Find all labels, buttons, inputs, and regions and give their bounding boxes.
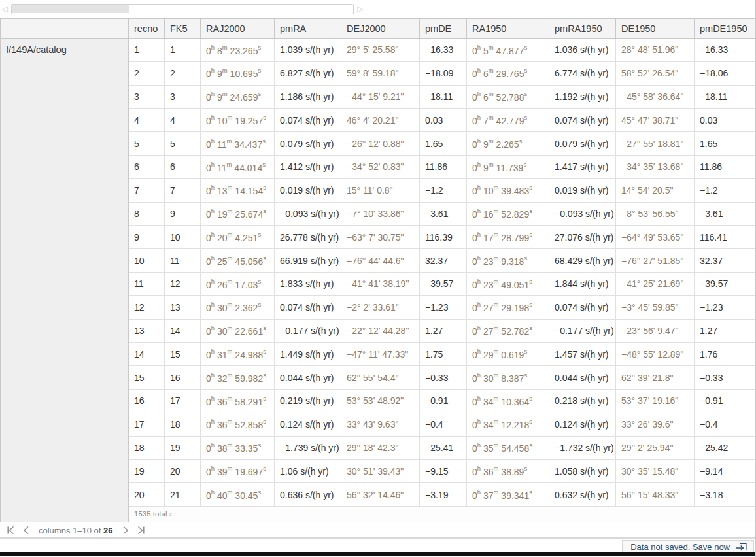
cell-RA1950: 0h 34m 10.364s <box>467 389 549 413</box>
save-now-notice[interactable]: Data not saved. Save now <box>622 540 754 554</box>
cell-DEJ2000: −26° 12' 0.88" <box>341 132 420 156</box>
cell-pmRA: 1.039 s/(h yr) <box>275 39 341 62</box>
column-header-FK5[interactable]: FK5 <box>165 19 201 39</box>
column-header-pmRA1950[interactable]: pmRA1950 <box>549 19 616 39</box>
cell-recno: 1 <box>129 39 165 62</box>
cell-DEJ2000: 15° 11' 0.8" <box>341 178 420 202</box>
cell-DEJ2000: 59° 8' 59.18" <box>341 61 420 85</box>
cell-DE1950: −64° 49' 53.65" <box>616 226 695 249</box>
cell-RAJ2000: 0h 10m 19.257s <box>201 109 275 132</box>
cell-pmRA: 1.412 s/(h yr) <box>275 155 341 178</box>
cell-pmRA1950: 0.632 s/(h yr) <box>549 483 616 507</box>
cell-pmDE1950: 116.41 <box>695 226 756 249</box>
first-columns-icon[interactable] <box>7 526 15 535</box>
cell-recno: 16 <box>129 389 165 413</box>
cell-FK5: 3 <box>165 85 201 109</box>
cell-pmDE1950: −16.33 <box>695 39 756 62</box>
scroll-right-icon[interactable]: ▷ <box>355 3 365 16</box>
column-header-pmRA[interactable]: pmRA <box>275 19 341 39</box>
cell-pmDE: −1.2 <box>420 178 467 202</box>
cell-pmDE1950: 1.76 <box>695 343 756 366</box>
scrollbar-track[interactable] <box>11 4 354 14</box>
cell-FK5: 20 <box>165 460 201 483</box>
cell-DEJ2000: 62° 55' 54.4" <box>341 366 420 390</box>
column-header-DE1950[interactable]: DE1950 <box>616 19 695 39</box>
cell-pmDE: −16.33 <box>420 39 467 62</box>
cell-pmDE1950: −0.91 <box>695 389 756 413</box>
row-count-footer[interactable]: 1535 total› <box>129 506 756 522</box>
cell-RAJ2000: 0h 39m 19.697s <box>201 460 275 483</box>
pager-total-columns: 26 <box>103 526 112 535</box>
total-rows-label: 1535 total <box>134 510 167 518</box>
cell-pmRA: 6.827 s/(h yr) <box>275 61 341 85</box>
cell-DE1950: −45° 58' 36.64" <box>616 85 695 109</box>
cell-pmDE1950: 1.65 <box>695 132 756 156</box>
cell-DE1950: 29° 2' 25.94" <box>616 436 695 460</box>
cell-RAJ2000: 0h 32m 59.982s <box>201 366 275 390</box>
column-header-pmDE[interactable]: pmDE <box>420 19 467 39</box>
cell-DEJ2000: −63° 7' 30.75" <box>341 226 420 249</box>
cell-pmRA1950: 0.079 s/(h yr) <box>549 132 616 156</box>
cell-pmDE: −25.41 <box>420 436 467 460</box>
cell-pmRA1950: 0.044 s/(h yr) <box>549 366 616 390</box>
cell-DE1950: −76° 27' 51.85" <box>616 249 695 273</box>
cell-DEJ2000: 53° 53' 48.92" <box>341 389 420 413</box>
cell-pmRA: 0.044 s/(h yr) <box>275 366 341 390</box>
last-columns-icon[interactable] <box>137 526 145 535</box>
column-header-RAJ2000[interactable]: RAJ2000 <box>201 19 275 39</box>
cell-RA1950: 0h 9m 2.265s <box>467 132 549 156</box>
cell-pmDE: 11.86 <box>420 155 467 178</box>
cell-RAJ2000: 0h 9m 10.695s <box>201 61 275 85</box>
cell-recno: 2 <box>129 61 165 85</box>
cell-recno: 13 <box>129 319 165 343</box>
cell-pmRA1950: 0.218 s/(h yr) <box>549 389 616 413</box>
cell-DE1950: 14° 54' 20.5" <box>616 178 695 202</box>
cell-DEJ2000: 46° 4' 20.21" <box>341 109 420 132</box>
cell-pmRA: 1.186 s/(h yr) <box>275 85 341 109</box>
cell-FK5: 12 <box>165 272 201 295</box>
cell-RAJ2000: 0h 9m 24.659s <box>201 85 275 109</box>
previous-columns-icon[interactable] <box>23 526 29 535</box>
cell-recno: 9 <box>129 226 165 249</box>
catalog-table: recnoFK5RAJ2000pmRADEJ2000pmDERA1950pmRA… <box>0 18 756 522</box>
next-columns-icon[interactable] <box>122 526 129 535</box>
column-header-pmDE1950[interactable]: pmDE1950 <box>695 19 756 39</box>
column-header-recno[interactable]: recno <box>129 19 165 39</box>
expand-total-icon: › <box>169 509 172 518</box>
column-header-DEJ2000[interactable]: DEJ2000 <box>341 19 420 39</box>
cell-pmDE: −0.91 <box>420 389 467 413</box>
cell-DEJ2000: 29° 5' 25.58" <box>341 39 420 62</box>
cell-pmDE1950: −1.2 <box>695 178 756 202</box>
cell-recno: 14 <box>129 343 165 366</box>
scroll-left-icon[interactable]: ◁ <box>0 3 10 16</box>
cell-recno: 7 <box>129 178 165 202</box>
cell-pmDE: −3.61 <box>420 202 467 226</box>
column-header-RA1950[interactable]: RA1950 <box>467 19 549 39</box>
cell-DE1950: 28° 48' 51.96" <box>616 39 695 62</box>
cell-RA1950: 0h 10m 39.483s <box>467 178 549 202</box>
cell-DEJ2000: 29° 18' 42.3" <box>341 436 420 460</box>
cell-DE1950: 33° 26' 39.6" <box>616 413 695 436</box>
cell-pmDE: 1.75 <box>420 343 467 366</box>
cell-pmDE1950: −1.23 <box>695 295 756 319</box>
save-now-label: Data not saved. Save now <box>630 542 730 552</box>
cell-DE1950: −3° 45' 59.85" <box>616 295 695 319</box>
scrollbar-thumb[interactable] <box>12 5 129 13</box>
save-arrow-icon <box>736 542 747 552</box>
cell-RA1950: 0h 36m 38.89s <box>467 460 549 483</box>
cell-FK5: 2 <box>165 61 201 85</box>
horizontal-scrollbar[interactable]: ◁ ▷ <box>0 3 365 16</box>
cell-FK5: 5 <box>165 132 201 156</box>
cell-pmRA1950: −0.177 s/(h yr) <box>549 319 616 343</box>
cell-pmDE1950: −0.4 <box>695 413 756 436</box>
cell-RAJ2000: 0h 36m 52.858s <box>201 413 275 436</box>
cell-RA1950: 0h 23m 49.051s <box>467 272 549 295</box>
cell-RAJ2000: 0h 30m 2.362s <box>201 295 275 319</box>
cell-pmRA: −1.739 s/(h yr) <box>275 436 341 460</box>
cell-pmRA: 0.219 s/(h yr) <box>275 389 341 413</box>
cell-pmDE: −18.11 <box>420 85 467 109</box>
cell-RAJ2000: 0h 30m 22.661s <box>201 319 275 343</box>
table-header-row: recnoFK5RAJ2000pmRADEJ2000pmDERA1950pmRA… <box>1 19 756 39</box>
cell-RAJ2000: 0h 26m 17.03s <box>201 272 275 295</box>
cell-RAJ2000: 0h 19m 25.674s <box>201 202 275 226</box>
